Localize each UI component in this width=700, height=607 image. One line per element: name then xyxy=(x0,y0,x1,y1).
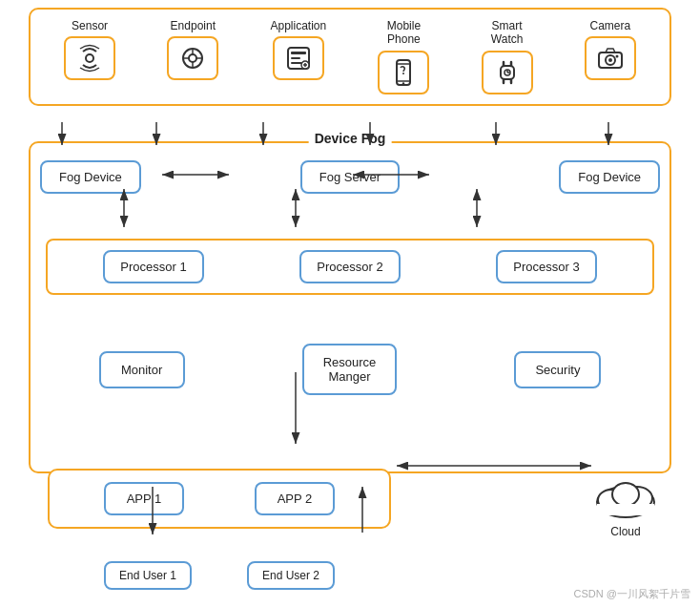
app-1: APP 1 xyxy=(104,482,185,515)
smartwatch-label: SmartWatch xyxy=(491,19,524,47)
device-smartwatch: SmartWatch xyxy=(482,19,533,94)
svg-point-2 xyxy=(189,54,196,62)
mobile-label: MobilePhone xyxy=(387,19,421,47)
svg-rect-35 xyxy=(597,504,654,515)
fog-device-left: Fog Device xyxy=(40,160,141,194)
fog-server: Fog Server xyxy=(300,160,400,194)
svg-point-0 xyxy=(86,54,93,62)
device-endpoint: Endpoint xyxy=(167,19,218,80)
svg-point-17 xyxy=(402,82,404,84)
svg-point-34 xyxy=(612,483,639,506)
sensor-icon xyxy=(75,44,104,73)
svg-rect-9 xyxy=(291,57,300,59)
fog-label: Device Fog xyxy=(309,131,392,146)
devices-section: Sensor Endpoint xyxy=(29,8,671,106)
cloud-icon xyxy=(587,473,664,521)
smartwatch-icon-box xyxy=(482,51,533,94)
device-camera: Camera xyxy=(585,19,636,80)
endpoint-icon-box xyxy=(167,36,218,80)
end-users-row: End User 1 End User 2 xyxy=(76,561,362,590)
application-icon-box xyxy=(273,36,324,80)
svg-point-30 xyxy=(615,55,618,58)
device-sensor: Sensor xyxy=(64,19,115,80)
fog-devices-row: Fog Device Fog Server Fog Device xyxy=(40,160,660,194)
sensor-icon-box xyxy=(64,36,115,80)
processor-1: Processor 1 xyxy=(103,250,203,283)
smartwatch-icon xyxy=(493,58,522,87)
fog-device-right: Fog Device xyxy=(559,160,660,194)
processors-section: Processor 1 Processor 2 Processor 3 xyxy=(46,239,654,295)
processor-3: Processor 3 xyxy=(496,250,596,283)
cloud-label: Cloud xyxy=(610,525,640,538)
fog-section: Device Fog Fog Device Fog Server Fog Dev… xyxy=(29,141,671,473)
cloud-area: Cloud xyxy=(587,473,664,538)
end-user-1: End User 1 xyxy=(104,561,192,590)
sensor-label: Sensor xyxy=(72,19,108,32)
watermark: CSDN @一川风絮千片雪 xyxy=(574,587,690,601)
endpoint-icon xyxy=(178,44,207,73)
mobile-icon-box xyxy=(378,51,429,94)
management-row: Monitor ResourceManger Security xyxy=(40,344,660,395)
resource-manager-box: ResourceManger xyxy=(302,344,398,395)
processor-2: Processor 2 xyxy=(299,250,400,283)
device-mobile: MobilePhone xyxy=(378,19,429,94)
mobile-icon xyxy=(389,58,418,87)
device-application: Application xyxy=(271,19,327,80)
diagram-container: Sensor Endpoint xyxy=(0,0,700,607)
monitor-box: Monitor xyxy=(99,351,185,388)
camera-icon xyxy=(596,44,625,73)
svg-rect-8 xyxy=(291,52,306,54)
apps-section: APP 1 APP 2 xyxy=(48,469,391,529)
endpoint-label: Endpoint xyxy=(171,19,216,32)
app-2: APP 2 xyxy=(255,482,336,515)
end-user-2: End User 2 xyxy=(247,561,335,590)
camera-icon-box xyxy=(585,36,636,80)
svg-point-29 xyxy=(608,58,612,62)
application-label: Application xyxy=(271,19,327,32)
application-icon xyxy=(284,44,313,73)
security-box: Security xyxy=(514,351,601,388)
camera-label: Camera xyxy=(589,19,630,32)
svg-point-18 xyxy=(402,73,404,74)
